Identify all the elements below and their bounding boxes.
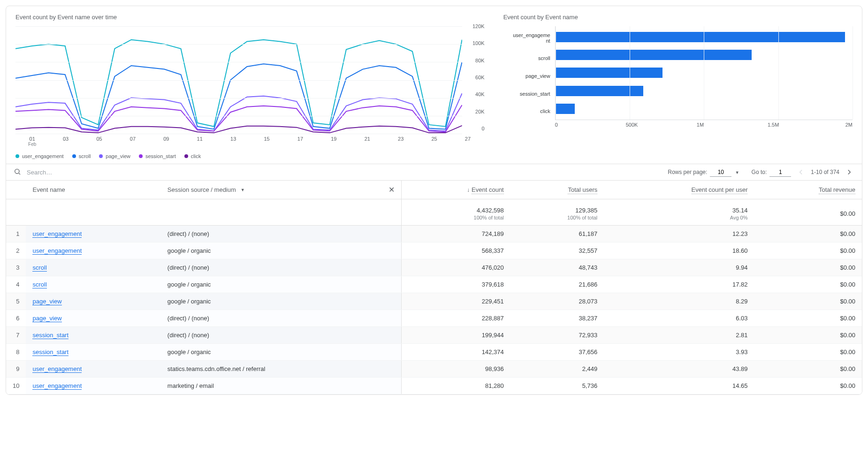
- bar-chart-panel: Event count by Event name user_engageme …: [494, 6, 862, 164]
- event-link[interactable]: user_engagement: [32, 365, 82, 373]
- next-page-button[interactable]: [844, 167, 854, 177]
- sort-desc-icon: ↓: [467, 187, 470, 193]
- xaxis-tick: 11: [183, 136, 216, 147]
- legend-dot-icon: [184, 154, 188, 158]
- legend-item[interactable]: user_engagement: [15, 153, 64, 159]
- table-row: 10user_engagementmarketing / email81,280…: [6, 378, 862, 394]
- xaxis-tick: 01Feb: [15, 136, 49, 147]
- line-chart-body[interactable]: 120K100K80K60K40K20K0: [15, 26, 485, 134]
- cell-per-user: 43.89: [604, 361, 754, 378]
- event-link[interactable]: session_start: [32, 348, 69, 356]
- xaxis-tick: 21: [350, 136, 384, 147]
- col-total-users[interactable]: Total users: [510, 181, 604, 199]
- xaxis-tick: 09: [150, 136, 183, 147]
- bar-chart-plot: [555, 26, 853, 120]
- cell-source-medium: (direct) / (none): [161, 259, 402, 276]
- search-input[interactable]: [26, 168, 120, 176]
- legend-item[interactable]: scroll: [72, 153, 91, 159]
- cell-event-name: user_engagement: [26, 242, 160, 259]
- event-link[interactable]: page_view: [32, 298, 61, 305]
- col-event-name[interactable]: Event name: [26, 181, 160, 199]
- cell-event-name: user_engagement: [26, 378, 160, 394]
- goto-input[interactable]: [769, 168, 791, 177]
- table-header-row: Event name Session source / medium ▼ ✕ ↓…: [6, 181, 862, 199]
- prev-page-button[interactable]: [796, 167, 806, 177]
- bar-chart-body[interactable]: user_engageme ntscrollpage_viewsession_s…: [503, 26, 853, 120]
- legend-item[interactable]: session_start: [139, 153, 176, 159]
- line-chart-legend: user_engagementscrollpage_viewsession_st…: [15, 153, 485, 159]
- cell-event-name: session_start: [26, 344, 160, 361]
- event-link[interactable]: session_start: [32, 332, 69, 339]
- cell-revenue: $0.00: [754, 310, 862, 327]
- bar[interactable]: [556, 32, 845, 42]
- legend-label: user_engagement: [22, 153, 64, 159]
- bar-category-label: scroll: [503, 55, 550, 61]
- xaxis-tick: 15: [250, 136, 283, 147]
- bar[interactable]: [556, 104, 575, 114]
- bar-xaxis-tick: 0: [555, 122, 626, 128]
- cell-event-name: scroll: [26, 276, 160, 293]
- cell-total-users: 72,933: [510, 327, 604, 344]
- cell-event-count: 81,280: [402, 378, 510, 394]
- bar[interactable]: [556, 68, 662, 78]
- xaxis-tick: 13: [216, 136, 250, 147]
- cell-total-users: 32,557: [510, 242, 604, 259]
- bar-category-label: click: [503, 108, 550, 114]
- cell-per-user: 9.94: [604, 259, 754, 276]
- col-event-count[interactable]: ↓Event count: [402, 181, 510, 199]
- cell-event-name: user_engagement: [26, 226, 160, 242]
- legend-dot-icon: [72, 154, 76, 158]
- cell-event-count: 379,618: [402, 276, 510, 293]
- event-link[interactable]: user_engagement: [32, 382, 82, 390]
- pagination-range: 1-10 of 374: [811, 169, 839, 175]
- cell-source-medium: marketing / email: [161, 378, 402, 394]
- rows-per-page-select[interactable]: [710, 168, 731, 177]
- cell-event-count: 568,337: [402, 242, 510, 259]
- xaxis-tick: 27: [451, 136, 484, 147]
- xaxis-tick: 03: [49, 136, 82, 147]
- bar-xaxis-tick: 1.5M: [768, 122, 838, 128]
- summary-total-users: 129,385 100% of total: [510, 199, 604, 226]
- bar[interactable]: [556, 50, 752, 60]
- event-link[interactable]: page_view: [32, 315, 61, 322]
- legend-label: session_start: [145, 153, 176, 159]
- table-row: 7session_start(direct) / (none)199,94472…: [6, 327, 862, 344]
- cell-revenue: $0.00: [754, 242, 862, 259]
- row-index: 5: [6, 293, 26, 310]
- cell-event-name: scroll: [26, 259, 160, 276]
- event-link[interactable]: scroll: [32, 281, 46, 288]
- cell-per-user: 6.03: [604, 310, 754, 327]
- xaxis-tick: 23: [384, 136, 417, 147]
- cell-source-medium: (direct) / (none): [161, 310, 402, 327]
- yaxis-tick: 20K: [466, 109, 485, 114]
- col-per-user[interactable]: Event count per user: [604, 181, 754, 199]
- cell-revenue: $0.00: [754, 276, 862, 293]
- yaxis-tick: 40K: [466, 91, 485, 97]
- event-link[interactable]: user_engagement: [32, 230, 82, 238]
- legend-item[interactable]: page_view: [99, 153, 130, 159]
- cell-per-user: 12.23: [604, 226, 754, 242]
- legend-item[interactable]: click: [184, 153, 201, 159]
- remove-dimension-button[interactable]: ✕: [388, 185, 395, 194]
- cell-source-medium: google / organic: [161, 344, 402, 361]
- cell-event-count: 98,936: [402, 361, 510, 378]
- rows-per-page-label: Rows per page:: [668, 169, 707, 175]
- cell-revenue: $0.00: [754, 378, 862, 394]
- cell-per-user: 2.81: [604, 327, 754, 344]
- cell-total-users: 61,187: [510, 226, 604, 242]
- cell-total-users: 2,449: [510, 361, 604, 378]
- table-row: 2user_engagementgoogle / organic568,3373…: [6, 242, 862, 259]
- event-link[interactable]: user_engagement: [32, 247, 82, 255]
- bar-chart-xaxis: 0500K1M1.5M2M: [555, 122, 853, 128]
- col-source-medium[interactable]: Session source / medium ▼ ✕: [161, 181, 402, 199]
- table-row: 5page_viewgoogle / organic229,45128,0738…: [6, 293, 862, 310]
- cell-event-name: user_engagement: [26, 361, 160, 378]
- summary-per-user: 35.14 Avg 0%: [604, 199, 754, 226]
- svg-point-0: [15, 169, 19, 173]
- bar-category-label: user_engageme nt: [503, 32, 550, 44]
- col-revenue[interactable]: Total revenue: [754, 181, 862, 199]
- cell-per-user: 18.60: [604, 242, 754, 259]
- row-index: 8: [6, 344, 26, 361]
- row-index: 4: [6, 276, 26, 293]
- event-link[interactable]: scroll: [32, 264, 46, 272]
